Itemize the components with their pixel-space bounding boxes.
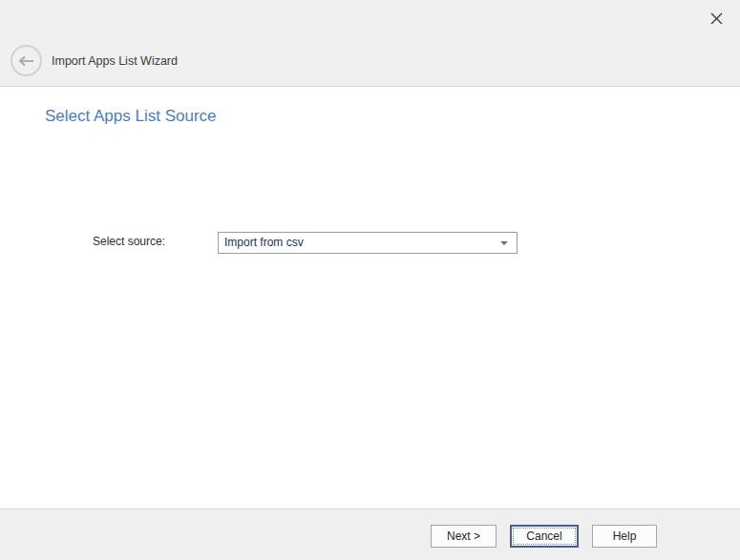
cancel-button[interactable]: Cancel — [510, 525, 579, 548]
select-source-label: Select source: — [93, 235, 165, 248]
source-combobox[interactable]: Import from csv — [218, 232, 518, 254]
help-button[interactable]: Help — [592, 525, 657, 548]
next-button[interactable]: Next > — [431, 525, 497, 548]
page-heading: Select Apps List Source — [45, 107, 217, 126]
back-button[interactable] — [11, 45, 42, 76]
wizard-header: Import Apps List Wizard — [0, 0, 740, 87]
close-button[interactable] — [704, 6, 729, 31]
wizard-title: Import Apps List Wizard — [52, 45, 178, 76]
import-apps-list-wizard-window: Import Apps List Wizard Select Apps List… — [0, 0, 740, 560]
wizard-content: Select Apps List Source Select source: I… — [0, 88, 740, 508]
source-combobox-value: Import from csv — [224, 233, 304, 253]
arrow-left-icon — [18, 55, 34, 67]
wizard-footer: Next > Cancel Help — [0, 508, 740, 560]
chevron-down-icon — [500, 241, 508, 245]
close-icon — [709, 11, 724, 26]
